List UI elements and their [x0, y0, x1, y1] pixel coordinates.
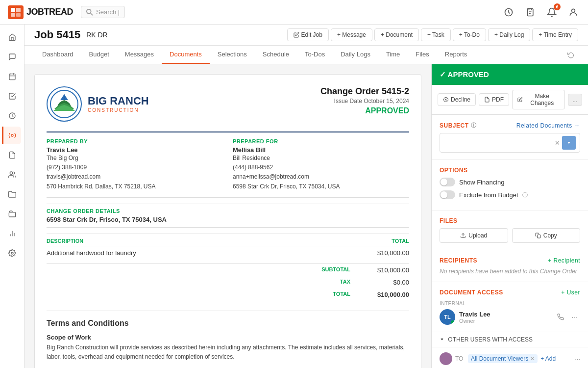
to-avatar — [440, 352, 452, 365]
top-nav-right: 6 — [502, 5, 580, 19]
other-users-expandable[interactable]: OTHER USERS WITH ACCESS — [432, 332, 588, 347]
pdf-label: PDF — [492, 96, 504, 103]
exclude-budget-toggle[interactable] — [440, 190, 455, 199]
message-button[interactable]: + Message — [331, 28, 372, 41]
tab-time[interactable]: Time — [378, 46, 408, 64]
make-changes-label: Make Changes — [525, 93, 560, 106]
svg-rect-13 — [9, 74, 15, 80]
show-financing-toggle[interactable] — [440, 178, 455, 186]
show-financing-option: Show Financing — [440, 178, 580, 186]
other-users-label: OTHER USERS WITH ACCESS — [448, 336, 533, 343]
subject-close-icon[interactable]: ✕ — [555, 139, 560, 147]
files-label: FILES — [440, 217, 580, 224]
scope-heading: Scope of Work — [47, 334, 409, 341]
pdf-button[interactable]: PDF — [479, 93, 509, 106]
add-recipient-link[interactable]: + Recipient — [548, 257, 580, 264]
upload-button[interactable]: Upload — [440, 228, 508, 243]
internal-label: INTERNAL — [440, 301, 580, 306]
sidebar-item-messages[interactable] — [3, 48, 21, 66]
user-name: Travis Lee — [459, 311, 551, 318]
total-value: $10,000.00 — [370, 291, 409, 298]
totals-section: SUBTOTAL $10,000.00 TAX $0.00 TOTAL $10,… — [47, 263, 409, 301]
subject-input[interactable] — [444, 139, 553, 146]
svg-point-12 — [572, 9, 575, 12]
prepared-for-address: 6598 Star Crk Dr, Frisco, TX 75034, USA — [233, 182, 409, 191]
logo-icon — [8, 5, 24, 19]
edit-job-button[interactable]: Edit Job — [287, 28, 329, 41]
table-row: Additional hardwood for laundry $10,000.… — [47, 246, 409, 260]
tab-todos[interactable]: To-Dos — [297, 46, 333, 64]
search-box[interactable]: Search | — [81, 6, 125, 18]
user-icon-btn[interactable] — [566, 5, 580, 19]
sidebar-item-documents[interactable] — [3, 146, 21, 164]
sidebar-item-calendar[interactable] — [3, 68, 21, 85]
subtotal-row: SUBTOTAL $10,000.00 — [47, 264, 409, 276]
search-icon — [86, 9, 93, 16]
to-more-btn[interactable]: ··· — [575, 355, 580, 363]
col-total: TOTAL — [392, 238, 409, 244]
avatar-online-indicator — [451, 320, 455, 324]
to-chip-remove[interactable]: ✕ — [530, 356, 535, 362]
sidebar-item-folder[interactable] — [3, 205, 21, 223]
to-add-link[interactable]: + Add — [540, 355, 556, 362]
subtotal-value: $10,000.00 — [370, 266, 409, 274]
refresh-icon[interactable] — [564, 48, 578, 64]
logo[interactable]: JOBTREAD — [8, 5, 73, 19]
right-action-bar: Decline PDF Make Changes ... — [432, 85, 588, 115]
time-entry-label: + Time Entry — [539, 31, 572, 38]
prepared-for-label: PREPARED FOR — [233, 138, 409, 144]
subject-dropdown-btn[interactable] — [562, 136, 576, 150]
clipboard-icon-btn[interactable] — [523, 5, 537, 19]
make-changes-button[interactable]: Make Changes — [512, 90, 565, 109]
related-documents-link[interactable]: Related Documents → — [516, 122, 580, 129]
clock-icon-btn[interactable] — [502, 5, 515, 19]
tab-budget[interactable]: Budget — [81, 46, 117, 64]
more-options-button[interactable]: ... — [568, 94, 582, 106]
prepared-by-info: The Big Org (972) 388-1009 travis@jobtre… — [47, 154, 223, 191]
sidebar-item-reports[interactable] — [3, 225, 21, 242]
sidebar-item-contacts[interactable] — [3, 166, 21, 184]
tab-documents[interactable]: Documents — [162, 46, 210, 64]
document-button[interactable]: + Document — [374, 28, 419, 41]
job-title: Job 5415 — [34, 28, 80, 41]
tab-daily-logs[interactable]: Daily Logs — [333, 46, 378, 64]
app-name: JOBTREAD — [26, 7, 73, 17]
tab-messages[interactable]: Messages — [117, 46, 162, 64]
breadcrumb: RK DR — [86, 31, 108, 39]
sidebar-item-time[interactable] — [3, 107, 21, 125]
phone-icon-btn[interactable] — [555, 311, 566, 323]
tab-files[interactable]: Files — [408, 46, 437, 64]
main: Job 5415 RK DR Edit Job + Message + Docu… — [24, 25, 588, 368]
tab-dashboard[interactable]: Dashboard — [34, 46, 81, 64]
sidebar-item-settings[interactable] — [3, 244, 21, 262]
sidebar-item-files2[interactable] — [3, 185, 21, 203]
tab-selections[interactable]: Selections — [210, 46, 255, 64]
bell-badge: 6 — [554, 3, 561, 10]
subject-input-wrapper: ✕ — [440, 133, 580, 153]
toggle-knob — [441, 179, 447, 185]
prepared-by-org: The Big Org — [47, 154, 223, 163]
tab-reports[interactable]: Reports — [437, 46, 475, 64]
add-user-link[interactable]: + User — [561, 289, 580, 296]
bell-icon-btn[interactable]: 6 — [545, 5, 559, 19]
copy-button[interactable]: Copy — [512, 228, 581, 243]
tab-schedule[interactable]: Schedule — [255, 46, 297, 64]
tax-value: $0.00 — [370, 279, 409, 286]
avatar: TL — [440, 309, 455, 325]
show-financing-label: Show Financing — [459, 179, 505, 186]
sidebar-item-tasks[interactable] — [3, 87, 21, 105]
tab-bar: Dashboard Budget Messages Documents Sele… — [24, 46, 588, 64]
time-entry-button[interactable]: + Time Entry — [532, 28, 578, 41]
todo-button[interactable]: + To-Do — [453, 28, 486, 41]
company-sub: CONSTRUCTION — [88, 107, 149, 113]
sidebar-item-jobs[interactable] — [2, 127, 21, 144]
to-label: TO — [455, 355, 465, 362]
message-label: + Message — [337, 31, 366, 38]
decline-button[interactable]: Decline — [438, 93, 476, 106]
right-panel: ✓ APPROVED Decline PDF Make Changes ... — [431, 64, 588, 368]
daily-log-button[interactable]: + Daily Log — [488, 28, 530, 41]
task-button[interactable]: + Task — [421, 28, 451, 41]
sidebar-item-home[interactable] — [3, 28, 21, 46]
toggle-knob-2 — [441, 191, 447, 198]
user-more-icon-btn[interactable]: ··· — [568, 311, 580, 323]
